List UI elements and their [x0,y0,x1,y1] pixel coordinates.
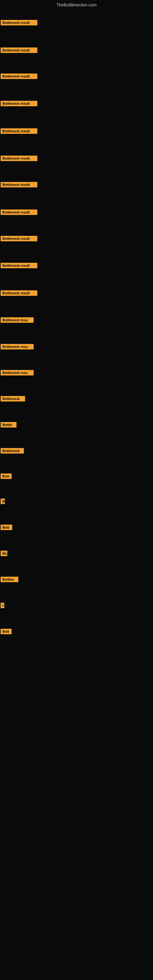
bottleneck-result-bar: I [1,603,4,608]
result-row: Bottleneck result [0,73,37,80]
result-row: Bott [0,525,12,531]
bottleneck-result-bar: Bottleneck result [1,290,37,296]
bottleneck-result-bar: Bottleneck result [1,128,37,134]
bottleneck-result-bar: Bottleneck result [1,263,37,268]
result-row: Bottle [0,422,16,429]
bottleneck-result-bar: Bottleneck result [1,48,37,53]
bottleneck-result-bar: Bottleneck result [1,20,37,25]
result-row: B [0,499,5,505]
bottleneck-result-bar: Bott [1,474,12,479]
result-row: I [0,603,4,609]
result-row: Bottleneck [0,448,24,455]
result-row: Bottleneck result [0,236,37,243]
bottleneck-result-bar: Bottleneck [1,448,24,453]
result-row: Bott [0,474,12,480]
bottleneck-result-bar: B [1,499,5,504]
bottleneck-result-bar: Bottlen [1,577,18,582]
result-row: Bottleneck [0,396,25,403]
result-row: Bottleneck resu [0,317,33,324]
result-row: Bottleneck result [0,290,37,297]
bottleneck-result-bar: Bottleneck result [1,156,37,161]
bottleneck-result-bar: Bottleneck resu [1,370,33,375]
bottleneck-result-bar: Bottleneck resu [1,344,33,350]
bottleneck-result-bar: Bottleneck result [1,73,37,79]
bottleneck-result-bar: Bottleneck resu [1,317,33,323]
result-row: Bottleneck result [0,20,37,27]
result-row: Bo [0,550,7,557]
result-row: Bottleneck resu [0,344,33,351]
bottleneck-result-bar: Bottleneck result [1,101,37,106]
result-row: Bottleneck result [0,156,37,162]
result-row: Bottleneck result [0,263,37,269]
bottleneck-result-bar: Bottleneck result [1,182,37,188]
result-row: Bottleneck result [0,48,37,54]
result-row: Bottleneck result [0,101,37,108]
site-title: TheBottlenecker.com [0,0,153,9]
result-row: Bottleneck result [0,128,37,135]
bottleneck-result-bar: Bottleneck [1,396,25,401]
bottleneck-result-bar: Bottleneck result [1,236,37,241]
result-row: Bottleneck result [0,210,37,216]
bottleneck-result-bar: Bottleneck result [1,210,37,215]
bottleneck-result-bar: Bo [1,550,7,556]
result-row: Bott [0,629,12,635]
bottleneck-result-bar: Bott [1,525,12,530]
bottleneck-result-bar: Bottle [1,422,16,428]
result-row: Bottleneck result [0,182,37,189]
result-row: Bottleneck resu [0,370,33,377]
result-row: Bottlen [0,577,18,584]
bottleneck-result-bar: Bott [1,629,12,634]
